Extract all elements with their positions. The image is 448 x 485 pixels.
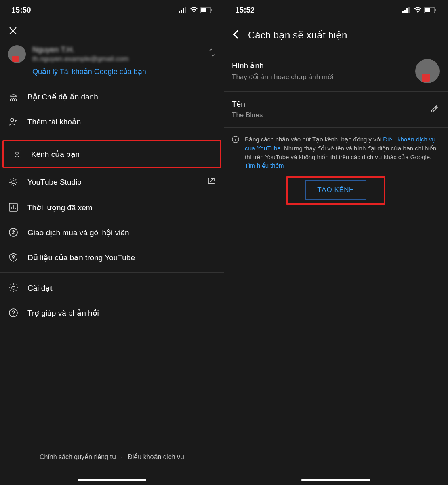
your-data-icon [8, 252, 19, 263]
terms-text: Bằng cách nhấn vào nút Tạo kênh, bạn đồn… [245, 135, 440, 170]
svg-rect-0 [179, 11, 180, 13]
studio-icon [8, 177, 19, 188]
wifi-icon [414, 7, 422, 13]
account-menu-screen: 15:50 Nguyen T.H. th.nguyen.example@gmai… [0, 0, 224, 485]
help-icon [8, 308, 19, 318]
svg-rect-18 [406, 8, 408, 13]
create-button-wrap: TẠO KÊNH [224, 174, 448, 205]
status-bar: 15:50 [0, 0, 224, 19]
image-section[interactable]: Hình ảnh Thay đổi ảnh hoặc chụp ảnh mới [224, 51, 448, 92]
add-account-label: Thêm tài khoản [27, 117, 216, 127]
settings-item[interactable]: Cài đặt [0, 275, 224, 300]
account-info: Nguyen T.H. th.nguyen.example@gmail.com … [32, 45, 202, 76]
purchases-item[interactable]: Giao dịch mua và gói hội viên [0, 220, 224, 245]
manage-account-link[interactable]: Quản lý Tài khoản Google của bạn [32, 67, 202, 76]
svg-rect-1 [181, 10, 182, 13]
channel-avatar[interactable] [415, 59, 440, 83]
your-channel-item[interactable]: Kênh của bạn [4, 141, 220, 167]
incognito-item[interactable]: Bật Chế độ ẩn danh [0, 84, 224, 109]
home-indicator[interactable] [301, 479, 370, 481]
svg-point-10 [12, 181, 15, 184]
cellular-icon [179, 7, 187, 13]
svg-rect-6 [211, 9, 212, 11]
status-time: 15:52 [235, 6, 255, 15]
add-account-item[interactable]: Thêm tài khoản [0, 109, 224, 134]
home-indicator[interactable] [78, 479, 146, 481]
terms-info: Bằng cách nhấn vào nút Tạo kênh, bạn đồn… [224, 128, 448, 174]
name-section-title: Tên [232, 100, 423, 109]
highlight-box-create [286, 176, 385, 205]
status-time: 15:50 [11, 6, 31, 15]
header: Cách bạn sẽ xuất hiện [224, 19, 448, 51]
cellular-icon [402, 7, 411, 13]
time-watched-label: Thời lượng đã xem [27, 203, 216, 212]
battery-icon [200, 7, 212, 13]
add-account-icon [8, 116, 19, 127]
svg-rect-8 [13, 150, 21, 158]
info-icon [232, 136, 239, 145]
time-watched-item[interactable]: Thời lượng đã xem [0, 195, 224, 220]
close-button[interactable] [0, 19, 224, 41]
image-section-title: Hình ảnh [232, 61, 408, 70]
page-title: Cách bạn sẽ xuất hiện [248, 30, 441, 41]
divider [0, 272, 224, 273]
account-name: Nguyen T.H. [32, 45, 202, 54]
battery-icon [424, 7, 436, 13]
your-data-label: Dữ liệu của bạn trong YouTube [27, 253, 216, 262]
close-icon [8, 26, 18, 36]
switch-account-icon[interactable] [208, 45, 216, 59]
svg-point-14 [12, 286, 15, 289]
svg-rect-3 [185, 7, 186, 13]
help-label: Trợ giúp và phản hồi [27, 308, 216, 318]
svg-point-15 [9, 309, 17, 317]
avatar [8, 45, 26, 63]
highlight-box-channel: Kênh của bạn [2, 140, 221, 168]
incognito-label: Bật Chế độ ẩn danh [27, 92, 216, 101]
image-section-sub: Thay đổi ảnh hoặc chụp ảnh mới [232, 73, 408, 81]
svg-rect-16 [402, 11, 404, 13]
svg-point-7 [11, 118, 14, 122]
your-channel-icon [12, 149, 22, 159]
status-icons [179, 7, 212, 13]
purchases-icon [8, 227, 19, 238]
settings-icon [8, 283, 19, 293]
name-section-value: The Blues [232, 111, 423, 119]
external-link-icon [207, 177, 216, 188]
create-channel-screen: 15:52 Cách bạn sẽ xuất hiện Hình ảnh Tha… [224, 0, 448, 485]
settings-label: Cài đặt [27, 283, 216, 293]
chevron-left-icon [232, 29, 239, 40]
your-channel-label: Kênh của bạn [31, 150, 212, 159]
terms-link[interactable]: Điều khoản dịch vụ [128, 453, 184, 460]
learn-more-link[interactable]: Tìm hiểu thêm [245, 162, 284, 169]
incognito-icon [8, 91, 19, 102]
studio-label: YouTube Studio [27, 178, 198, 187]
account-email: th.nguyen.example@gmail.com [32, 55, 202, 63]
svg-point-13 [13, 256, 15, 258]
footer: Chính sách quyền riêng tư · Điều khoản d… [0, 453, 224, 461]
wifi-icon [190, 7, 198, 13]
pencil-icon [430, 104, 440, 114]
purchases-label: Giao dịch mua và gói hội viên [27, 228, 216, 237]
name-section[interactable]: Tên The Blues [224, 92, 448, 128]
svg-rect-22 [435, 9, 436, 11]
svg-rect-19 [408, 7, 410, 13]
divider [0, 137, 224, 137]
edit-name-button[interactable] [430, 104, 440, 115]
your-data-item[interactable]: Dữ liệu của bạn trong YouTube [0, 245, 224, 270]
status-bar: 15:52 [224, 0, 448, 19]
help-item[interactable]: Trợ giúp và phản hồi [0, 300, 224, 325]
time-watched-icon [8, 202, 19, 213]
account-row[interactable]: Nguyen T.H. th.nguyen.example@gmail.com … [0, 41, 224, 84]
studio-item[interactable]: YouTube Studio [0, 169, 224, 195]
privacy-link[interactable]: Chính sách quyền riêng tư [40, 453, 116, 460]
back-button[interactable] [230, 27, 241, 43]
svg-rect-17 [404, 10, 406, 13]
svg-rect-5 [201, 8, 206, 12]
svg-point-9 [16, 152, 18, 154]
svg-rect-2 [183, 8, 184, 13]
status-icons [402, 7, 436, 13]
svg-rect-21 [425, 8, 430, 12]
